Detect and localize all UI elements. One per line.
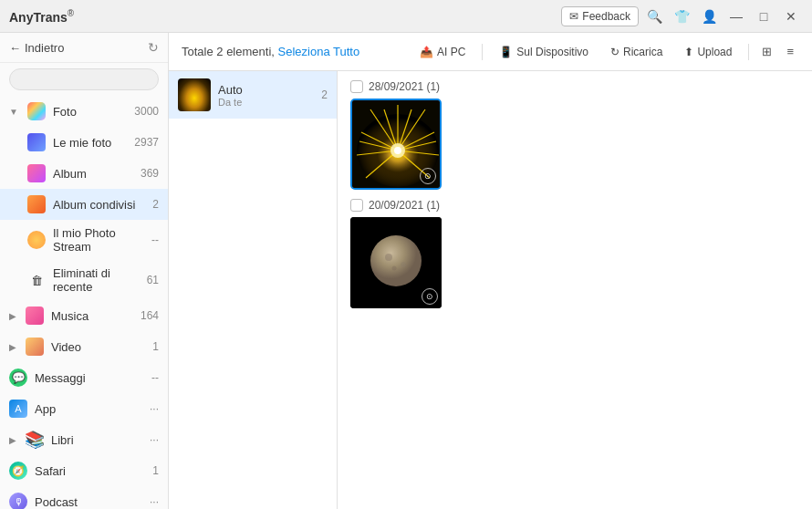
sidebar-count-messaggi: -- — [151, 371, 159, 384]
sidebar-label-trash: Eliminati di recente — [53, 266, 140, 294]
video-toggle-icon: ▶ — [9, 342, 16, 352]
photos-row-1: ⊙ — [350, 99, 799, 190]
sidebar-label-stream: Il mio Photo Stream — [53, 226, 144, 254]
content-toolbar: Totale 2 elementi, Seleziona Tutto 📤 AI … — [169, 33, 812, 71]
messaggi-icon: 💬 — [9, 369, 27, 387]
safari-icon: 🧭 — [9, 462, 27, 480]
titlebar-right: ✉ Feedback 🔍 👕 👤 — □ ✕ — [561, 5, 803, 28]
foto-icon — [27, 102, 46, 120]
ai-pc-button[interactable]: 📤 AI PC — [411, 41, 474, 63]
sidebar: ← Indietro ↻ ▼ Foto 3000 Le mie foto 293… — [0, 33, 169, 509]
grid-view-button[interactable]: ⊞ — [756, 40, 777, 63]
sidebar-item-shared[interactable]: Album condivisi 2 — [0, 189, 168, 220]
svg-point-18 — [370, 235, 422, 286]
sidebar-label-safari: Safari — [35, 464, 145, 478]
photo-item-1[interactable]: ⊙ — [350, 99, 442, 190]
sidebar-item-album[interactable]: Album 369 — [0, 158, 168, 189]
photos-grid: 28/09/2021 (1) — [338, 71, 812, 509]
libri-icon: 📚 — [26, 431, 44, 449]
date-checkbox-2[interactable] — [350, 199, 363, 212]
trash-icon: 🗑 — [27, 271, 46, 289]
toolbar-sep1 — [482, 44, 483, 60]
date-group-2: 20/09/2021 (1) — [350, 199, 799, 308]
photo-overlay-2: ⊙ — [422, 288, 438, 305]
back-button[interactable]: ← Indietro — [9, 41, 64, 55]
search-title-button[interactable]: 🔍 — [642, 5, 666, 28]
tshirt-icon-button[interactable]: 👕 — [670, 5, 693, 28]
sidebar-search — [0, 63, 168, 96]
album-name-auto: Auto — [218, 83, 314, 97]
sidebar-count-app: ··· — [150, 402, 159, 415]
sidebar-item-trash[interactable]: 🗑 Eliminati di recente 61 — [0, 260, 168, 300]
album-icon — [27, 164, 46, 182]
titlebar: AnyTrans® ✉ Feedback 🔍 👕 👤 — □ ✕ — [0, 0, 812, 33]
toolbar-info: Totale 2 elementi, Seleziona Tutto — [182, 45, 407, 58]
device-icon: 📱 — [499, 46, 513, 58]
toolbar-sep2 — [748, 44, 749, 60]
photo-item-2[interactable]: ⊙ — [350, 217, 442, 308]
musica-icon — [26, 306, 44, 325]
lemie-icon — [27, 133, 46, 151]
sidebar-item-lemie[interactable]: Le mie foto 2937 — [0, 127, 168, 158]
date-label-2: 20/09/2021 (1) — [350, 199, 799, 212]
sidebar-count-safari: 1 — [152, 464, 159, 477]
sidebar-label-shared: Album condivisi — [53, 198, 145, 212]
upload-button[interactable]: ⬆ Upload — [675, 41, 741, 63]
sidebar-item-safari[interactable]: 🧭 Safari 1 — [0, 455, 168, 486]
sidebar-item-video[interactable]: ▶ Video 1 — [0, 331, 168, 362]
sidebar-item-messaggi[interactable]: 💬 Messaggi -- — [0, 362, 168, 393]
sul-dispositivo-button[interactable]: 📱 Sul Dispositivo — [490, 41, 598, 63]
sidebar-item-podcast[interactable]: 🎙 Podcast ··· — [0, 486, 168, 509]
search-input[interactable] — [9, 68, 159, 90]
feedback-button[interactable]: ✉ Feedback — [561, 6, 639, 26]
sidebar-refresh-button[interactable]: ↻ — [148, 40, 159, 55]
sidebar-count-shared: 2 — [152, 198, 159, 211]
ai-pc-icon: 📤 — [420, 46, 433, 58]
select-all-link[interactable]: Seleziona Tutto — [278, 45, 360, 58]
libri-toggle-icon: ▶ — [9, 435, 16, 445]
sidebar-label-album: Album — [53, 167, 133, 181]
date-group-1: 28/09/2021 (1) — [350, 80, 799, 190]
list-view-button[interactable]: ≡ — [781, 40, 799, 63]
date-checkbox-1[interactable] — [350, 80, 363, 93]
maximize-button[interactable]: □ — [752, 5, 776, 28]
album-item-auto[interactable]: Auto Da te 2 — [169, 71, 337, 119]
svg-point-19 — [385, 254, 392, 261]
sidebar-label-musica: Musica — [51, 309, 133, 323]
sidebar-count-album: 369 — [141, 167, 159, 180]
sidebar-label-libri: Libri — [51, 433, 142, 447]
stream-icon — [27, 231, 46, 249]
content-area: Totale 2 elementi, Seleziona Tutto 📤 AI … — [169, 33, 812, 509]
sidebar-item-musica[interactable]: ▶ Musica 164 — [0, 300, 168, 331]
sidebar-label-app: App — [35, 402, 142, 416]
back-arrow-icon: ← — [9, 41, 21, 55]
sidebar-item-app[interactable]: A App ··· — [0, 393, 168, 424]
photos-row-2: ⊙ — [350, 217, 799, 308]
close-button[interactable]: ✕ — [779, 5, 803, 28]
feedback-mail-icon: ✉ — [569, 10, 578, 23]
sidebar-item-stream[interactable]: Il mio Photo Stream -- — [0, 220, 168, 260]
upload-icon: ⬆ — [684, 46, 693, 58]
user-icon-button[interactable]: 👤 — [697, 5, 721, 28]
ricarica-button[interactable]: ↻ Ricarica — [601, 41, 671, 63]
svg-point-20 — [401, 262, 406, 267]
sidebar-label-video: Video — [51, 340, 145, 354]
titlebar-left: AnyTrans® — [9, 8, 74, 25]
sidebar-item-libri[interactable]: ▶ 📚 Libri ··· — [0, 424, 168, 455]
sidebar-count-libri: ··· — [150, 433, 159, 446]
fireworks-photo: ⊙ — [352, 100, 440, 188]
reload-icon: ↻ — [610, 46, 619, 58]
video-icon — [26, 338, 44, 356]
foto-toggle-icon: ▼ — [9, 107, 18, 117]
moon-photo: ⊙ — [350, 217, 442, 308]
sidebar-topbar: ← Indietro ↻ — [0, 33, 168, 63]
minimize-button[interactable]: — — [724, 5, 748, 28]
musica-toggle-icon: ▶ — [9, 311, 16, 321]
app-title: AnyTrans® — [9, 8, 74, 25]
sidebar-item-foto[interactable]: ▼ Foto 3000 — [0, 96, 168, 127]
main-layout: ← Indietro ↻ ▼ Foto 3000 Le mie foto 293… — [0, 33, 812, 509]
sidebar-label-lemie: Le mie foto — [53, 136, 127, 150]
sidebar-label-messaggi: Messaggi — [35, 371, 144, 385]
sidebar-count-podcast: ··· — [150, 495, 159, 508]
shared-icon — [27, 195, 46, 213]
